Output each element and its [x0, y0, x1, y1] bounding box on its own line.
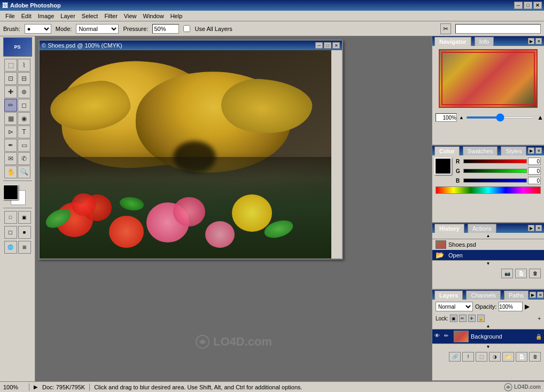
full-screen-btn[interactable]: ■	[18, 226, 31, 239]
tab-swatches[interactable]: Swatches	[463, 146, 498, 155]
brush-select[interactable]: ●	[25, 24, 51, 34]
history-snapshot-btn[interactable]: 📷	[501, 269, 513, 278]
color-swatch[interactable]	[434, 158, 452, 175]
menu-file[interactable]: File	[2, 12, 18, 20]
nav-zoom-input[interactable]	[436, 113, 457, 122]
crop-tool[interactable]: ⊡	[4, 72, 17, 85]
lock-paint[interactable]: ✏	[459, 315, 467, 322]
jump-to-ir[interactable]: 🌐	[4, 241, 17, 254]
layers-close[interactable]: ✕	[537, 292, 543, 298]
hand-tool[interactable]: ✋	[4, 166, 17, 178]
path-tool[interactable]: ⊳	[4, 126, 17, 138]
doc-close[interactable]: ✕	[332, 42, 340, 49]
navigator-menu[interactable]: ▶	[528, 38, 534, 44]
lock-move[interactable]: ✛	[468, 315, 476, 322]
tab-styles[interactable]: Styles	[501, 146, 526, 155]
options-icon[interactable]: ✂	[440, 23, 451, 34]
g-value[interactable]	[528, 167, 541, 175]
layer-lock-icon: 🔒	[535, 334, 542, 340]
layer-group-btn[interactable]: 📁	[502, 352, 514, 362]
color-close[interactable]: ✕	[535, 147, 542, 154]
screen-mode-btn[interactable]: ▢	[4, 226, 17, 239]
use-all-layers-checkbox[interactable]	[183, 25, 190, 32]
history-delete-btn[interactable]: 🗑	[529, 269, 541, 278]
pressure-input[interactable]	[152, 24, 179, 34]
history-new-doc-btn[interactable]: 📄	[515, 269, 527, 278]
shape-tool[interactable]: ▭	[18, 139, 30, 152]
layers-scroll-down[interactable]: ▼	[432, 343, 544, 350]
history-scroll-up[interactable]: ▲	[432, 233, 544, 239]
history-menu[interactable]: ▶	[528, 225, 534, 231]
nav-zoom-slider[interactable]	[466, 116, 535, 119]
foreground-color[interactable]	[3, 185, 18, 200]
slice-tool[interactable]: ⊟	[18, 72, 30, 85]
minimize-button[interactable]: ─	[514, 2, 523, 9]
options-right-input[interactable]	[455, 24, 541, 34]
layer-style-btn[interactable]: f	[462, 352, 474, 362]
doc-minimize[interactable]: ─	[315, 42, 323, 49]
layer-mask-btn[interactable]: ⬚	[476, 352, 487, 362]
history-item-2[interactable]: 📂 Open	[432, 250, 544, 260]
tab-actions[interactable]: Actions	[468, 224, 496, 233]
layer-delete-btn[interactable]: 🗑	[529, 352, 541, 362]
eyedrop-tool[interactable]: ✆	[18, 152, 30, 165]
zoom-tool[interactable]: 🔍	[18, 166, 30, 178]
menu-edit[interactable]: Edit	[18, 12, 35, 20]
layer-adjustment-btn[interactable]: ◑	[489, 352, 501, 362]
rainbow-bar[interactable]	[436, 186, 541, 194]
layer-link-btn[interactable]: 🔗	[449, 352, 461, 362]
history-close[interactable]: ✕	[535, 225, 542, 231]
menu-help[interactable]: Help	[167, 12, 186, 20]
maximize-button[interactable]: □	[524, 2, 532, 9]
mode-select[interactable]: Normal	[76, 24, 119, 34]
marquee-tool[interactable]: ⬚	[4, 59, 17, 72]
b-value[interactable]	[528, 177, 541, 184]
extra-btn[interactable]: ⊞	[18, 241, 31, 254]
menu-image[interactable]: Image	[35, 12, 58, 20]
layers-blend-select[interactable]: Normal	[436, 302, 473, 311]
menu-select[interactable]: Select	[79, 12, 102, 20]
lock-transparency[interactable]: ▣	[450, 315, 457, 322]
layer-new-btn[interactable]: 📄	[516, 352, 527, 362]
tab-info[interactable]: Info	[475, 37, 494, 46]
tab-layers[interactable]: Layers	[434, 291, 463, 300]
opacity-arrow[interactable]: ▶	[525, 303, 530, 310]
layers-scroll-up[interactable]: ▲	[432, 323, 544, 330]
quick-mask-on[interactable]: ▣	[18, 211, 31, 224]
lock-all[interactable]: 🔒	[477, 315, 485, 322]
tab-color[interactable]: Color	[434, 146, 460, 155]
brush-tool[interactable]: ✏	[4, 99, 17, 112]
menu-filter[interactable]: Filter	[101, 12, 120, 20]
menu-layer[interactable]: Layer	[57, 12, 79, 20]
tab-channels[interactable]: Channels	[466, 291, 500, 300]
r-value[interactable]	[528, 158, 541, 165]
menu-view[interactable]: View	[121, 12, 140, 20]
tab-navigator[interactable]: Navigator	[434, 37, 471, 46]
color-menu[interactable]: ▶	[528, 147, 534, 154]
blur-tool[interactable]: ◉	[18, 112, 30, 125]
layers-menu[interactable]: ▶	[530, 292, 536, 298]
eraser-tool[interactable]: ◻	[18, 99, 30, 112]
gradient-tool[interactable]: ▦	[4, 112, 17, 125]
arrow-icon: ▶	[34, 384, 38, 390]
doc-maximize[interactable]: □	[324, 42, 331, 49]
history-item-1[interactable]: Shoes.psd	[432, 239, 544, 250]
history-scroll-down[interactable]: ▼	[432, 260, 544, 266]
stamp-tool[interactable]: ⊕	[18, 85, 30, 98]
history-tabs: History Actions	[434, 224, 498, 233]
nav-zoom-in-icon: ▲	[537, 114, 543, 121]
lasso-tool[interactable]: ⌇	[18, 59, 30, 72]
navigator-close[interactable]: ✕	[535, 38, 542, 44]
notes-tool[interactable]: ✉	[4, 152, 17, 165]
quick-mask-off[interactable]: □	[4, 211, 17, 224]
layer-visibility-icon[interactable]: 👁	[434, 333, 442, 340]
layer-item-background[interactable]: 👁 ✏ Background 🔒	[432, 330, 544, 343]
tab-history[interactable]: History	[434, 224, 464, 233]
text-tool[interactable]: T	[18, 126, 30, 138]
pen-tool[interactable]: ✒	[4, 139, 17, 152]
tab-paths[interactable]: Paths	[504, 291, 529, 300]
opacity-input[interactable]	[499, 302, 523, 311]
close-button[interactable]: ✕	[533, 2, 542, 9]
heal-tool[interactable]: ✚	[4, 85, 17, 98]
menu-window[interactable]: Window	[140, 12, 167, 20]
